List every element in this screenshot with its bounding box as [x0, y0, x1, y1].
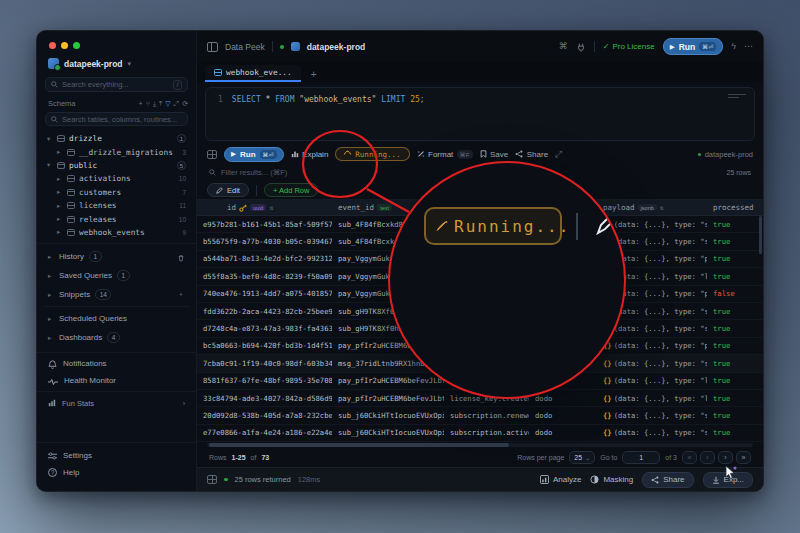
cell-processed: true	[707, 376, 756, 385]
wand-icon	[417, 150, 425, 158]
play-icon: ▶	[231, 150, 236, 158]
prev-page-button[interactable]: ‹	[700, 451, 715, 464]
tree-item-releases[interactable]: ▸releases10	[43, 212, 190, 225]
new-tab-button[interactable]: +	[305, 69, 323, 82]
section-label: Dashboards	[59, 333, 102, 342]
masking-button[interactable]: Masking	[590, 475, 633, 484]
tree-item-drizzle[interactable]: ▾drizzle1	[43, 132, 190, 145]
boolean-value: true	[713, 359, 730, 368]
table-row[interactable]: 20d092d8-538b-405d-a7a8-232cbeaf13…sub_j…	[197, 407, 763, 424]
table-row[interactable]: e77e0866-a1fa-4e24-a186-e22a4ef353…sub_j…	[197, 425, 763, 442]
column-header-payload[interactable]: payload jsonb ⇅	[597, 203, 707, 212]
tree-item-customers[interactable]: ▸customers7	[43, 186, 190, 199]
sql-editor[interactable]: 1 SELECT * FROM "webhook_events" LIMIT 2…	[205, 87, 755, 141]
cell-event-id: sub_j60CkiHTtIocuoEVUxOpi	[332, 411, 444, 420]
diagram-icon[interactable]: ⑂	[146, 100, 150, 107]
run-query-button[interactable]: ▶ Run ⌘⏎	[663, 38, 724, 55]
explain-button[interactable]: Explain	[291, 150, 329, 159]
sidebar-item-snippets[interactable]: ▸Snippets14+	[43, 285, 190, 304]
refresh-icon[interactable]: ⟳	[182, 100, 188, 107]
collapse-all-icon[interactable]: ⤢	[174, 100, 180, 107]
tree-item-webhook_events[interactable]: ▸webhook_events9	[43, 226, 190, 239]
minimize-window-button[interactable]	[61, 42, 68, 49]
share-icon	[515, 150, 523, 158]
search-placeholder: Search everything...	[62, 80, 169, 89]
export-icon[interactable]: ⤒	[159, 100, 162, 107]
command-palette-icon[interactable]: ⌘	[559, 42, 568, 51]
filter-results-input[interactable]: Filter results... (⌘F)	[221, 168, 287, 177]
analyze-icon	[540, 475, 549, 484]
add-icon[interactable]: +	[179, 291, 185, 298]
format-button[interactable]: Format ⌘F	[417, 150, 473, 159]
add-row-button[interactable]: + Add Row	[264, 183, 318, 197]
chevron-right-icon[interactable]: ▸	[57, 228, 63, 236]
chevron-down-icon[interactable]: ▾	[47, 135, 53, 143]
chevron-down-icon[interactable]: ▾	[47, 161, 53, 169]
last-page-button[interactable]: »	[736, 451, 751, 464]
column-header-processed[interactable]: processed	[707, 203, 756, 212]
sidebar-item-saved-queries[interactable]: ▸Saved Queries1	[43, 266, 190, 285]
boolean-value: true	[713, 237, 730, 246]
expand-icon[interactable]: ⤢	[555, 150, 562, 159]
schema-search-input[interactable]: Search tables, columns, routines...	[45, 112, 188, 126]
first-page-button[interactable]: «	[682, 451, 697, 464]
divider	[37, 391, 196, 392]
edit-button[interactable]: Edit	[207, 183, 249, 197]
sidebar-item-notifications[interactable]: Notifications	[37, 355, 196, 372]
chevron-right-icon[interactable]: ▸	[57, 148, 63, 156]
rows-total: 73	[261, 454, 269, 461]
more-menu-icon[interactable]: ⋯	[744, 42, 753, 51]
cell-id: bc5a0663-b694-420f-bd3b-1d4f51d9ac…	[197, 341, 332, 350]
tree-item-activations[interactable]: ▸activations10	[43, 172, 190, 185]
share-button[interactable]: Share	[642, 472, 693, 488]
bolt-icon[interactable]: ϟ	[731, 42, 736, 51]
sidebar-item-scheduled-queries[interactable]: ▸Scheduled Queries	[43, 309, 190, 328]
maximize-window-button[interactable]	[73, 42, 80, 49]
vertical-scrollbar[interactable]	[759, 216, 762, 254]
chevron-right-icon: ▸	[48, 334, 54, 342]
chevron-right-icon[interactable]: ▸	[57, 188, 63, 196]
chevron-right-icon[interactable]: ▸	[57, 202, 63, 210]
tab-webhook-events[interactable]: webhook_eve...	[205, 65, 301, 82]
chevron-right-icon[interactable]: ▸	[57, 175, 63, 183]
sort-icon[interactable]: ⇅	[269, 204, 273, 212]
add-icon[interactable]: +	[139, 100, 143, 107]
schema-search-placeholder: Search tables, columns, routines...	[62, 115, 182, 124]
rows-per-page-select[interactable]: 25 ⌄	[569, 451, 595, 464]
pager-buttons: «‹›»	[682, 451, 751, 464]
close-window-button[interactable]	[49, 42, 56, 49]
sidebar-item-dashboards[interactable]: ▸Dashboards4	[43, 328, 190, 347]
save-button[interactable]: Save	[480, 150, 509, 159]
scrollbar-thumb[interactable]	[209, 443, 509, 447]
sidebar-item-history[interactable]: ▸History1	[43, 247, 190, 266]
page-number-input[interactable]: 1	[622, 451, 660, 464]
sort-icon[interactable]: ⇅	[660, 204, 664, 212]
trash-icon[interactable]	[177, 248, 185, 266]
tree-item-public[interactable]: ▾public5	[43, 159, 190, 172]
grid-view-icon[interactable]	[207, 150, 217, 159]
grid-view-icon[interactable]	[207, 475, 217, 484]
global-search-input[interactable]: Search everything... /	[45, 77, 188, 92]
boolean-value: true	[713, 272, 730, 281]
tree-item-licenses[interactable]: ▸licenses11	[43, 199, 190, 212]
next-page-button[interactable]: ›	[718, 451, 733, 464]
sidebar-item-fun-stats[interactable]: Fun Stats ›	[37, 394, 196, 412]
sidebar-item-settings[interactable]: Settings	[48, 447, 185, 464]
json-braces-icon: {}	[603, 394, 612, 403]
sidebar-item-health-monitor[interactable]: Health Monitor	[37, 372, 196, 389]
pro-license-badge[interactable]: ✓Pro License	[603, 42, 655, 51]
workspace-switcher[interactable]: datapeek-prod ▾	[37, 55, 196, 75]
filter-icon[interactable]: ▽	[165, 100, 170, 107]
plug-icon[interactable]	[576, 42, 586, 52]
run-button[interactable]: ▶ Run ⌘⏎	[224, 147, 284, 162]
column-header-id[interactable]: id uuid ⇅	[197, 203, 332, 212]
tree-item-__drizzle_migrations[interactable]: ▸__drizzle_migrations3	[43, 145, 190, 158]
toggle-sidebar-icon[interactable]	[207, 42, 218, 52]
play-icon: ▶	[670, 43, 675, 51]
sidebar-item-help[interactable]: ? Help	[48, 464, 185, 481]
boolean-value: false	[713, 289, 735, 298]
import-icon[interactable]: ⤓	[153, 100, 156, 107]
chevron-right-icon[interactable]: ▸	[57, 215, 63, 223]
analyze-button[interactable]: Analyze	[540, 475, 581, 484]
share-button[interactable]: Share	[515, 150, 548, 159]
